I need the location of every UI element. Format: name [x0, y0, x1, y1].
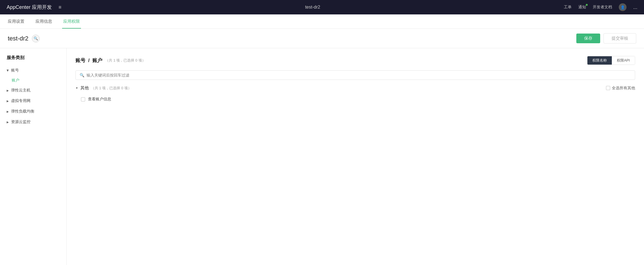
group-label: 其他 — [80, 85, 89, 91]
expand-arrow-elastic-vm: ▶ — [7, 89, 9, 92]
more-menu[interactable]: ... — [633, 4, 637, 10]
search-icon-button[interactable]: 🔍 — [32, 35, 40, 42]
select-all-text: 全选所有其他 — [612, 86, 635, 91]
sidebar-label-account: 账号 — [11, 68, 19, 73]
tab-app-permissions[interactable]: 应用权限 — [62, 14, 81, 29]
expand-arrow-monitor: ▶ — [7, 121, 9, 124]
workorder-link[interactable]: 工单 — [564, 5, 572, 10]
sidebar-section-title: 服务类别 — [0, 55, 66, 65]
group-expand-arrow: ▼ — [75, 86, 78, 90]
expand-arrow-lb: ▶ — [7, 110, 9, 113]
nav-center: test-dr2 — [66, 5, 559, 10]
search-input[interactable] — [87, 73, 631, 77]
permission-label-view-account: 查看账户信息 — [88, 97, 111, 102]
sidebar-label-monitor: 资源云监控 — [11, 119, 31, 124]
expand-arrow-account: ▶ — [6, 69, 9, 72]
sidebar-item-elastic-vm[interactable]: ▶ 弹性云主机 — [0, 85, 66, 96]
sidebar-item-lb[interactable]: ▶ 弹性负载均衡 — [0, 106, 66, 117]
permission-tab-group: 权限名称 权限API — [587, 56, 635, 65]
filter-search-bar[interactable]: 🔍 — [75, 70, 635, 80]
top-navigation: AppCenter 应用开发 ≡ test-dr2 工单 通知 开发者文档 👤 … — [0, 0, 644, 14]
docs-link[interactable]: 开发者文档 — [593, 5, 612, 10]
avatar[interactable]: 👤 — [619, 3, 627, 11]
expand-arrow-vpn: ▶ — [7, 100, 9, 103]
sub-navigation: 应用设置 应用信息 应用权限 — [0, 14, 644, 29]
content-title: 账号 / 账户 （共 1 项，已选择 0 项） — [75, 57, 146, 64]
save-button[interactable]: 保存 — [576, 34, 600, 43]
tab-permission-api[interactable]: 权限API — [612, 56, 635, 65]
select-all-checkbox[interactable] — [606, 86, 610, 90]
sidebar-label-vpn: 虚拟专用网 — [11, 98, 31, 103]
tab-app-info[interactable]: 应用信息 — [34, 14, 53, 29]
sidebar-item-vpn[interactable]: ▶ 虚拟专用网 — [0, 96, 66, 106]
brand-title: AppCenter 应用开发 — [7, 4, 52, 11]
permission-item-view-account: 查看账户信息 — [75, 94, 635, 105]
sidebar-label-lb: 弹性负载均衡 — [11, 109, 34, 114]
nav-right: 工单 通知 开发者文档 👤 ... — [564, 3, 637, 11]
notification-link[interactable]: 通知 — [578, 5, 586, 10]
notification-dot — [586, 4, 588, 6]
content-title-separator: / — [88, 58, 90, 63]
sidebar-label-elastic-vm: 弹性云主机 — [11, 88, 31, 93]
page-header: test-dr2 🔍 保存 提交审核 — [0, 29, 644, 48]
sidebar-subitem-accountuser[interactable]: 账户 — [0, 76, 66, 85]
tab-permission-name[interactable]: 权限名称 — [587, 56, 612, 65]
search-icon: 🔍 — [80, 73, 84, 77]
group-stats: （共 1 项，已选择 0 项） — [91, 86, 131, 91]
page-header-left: test-dr2 🔍 — [8, 35, 40, 42]
main-layout: 服务类别 ▶ 账号 账户 ▶ 弹性云主机 ▶ 虚拟专用网 ▶ 弹性负载均衡 ▶ … — [0, 48, 644, 265]
content-title-main: 账号 — [75, 57, 85, 64]
sidebar: 服务类别 ▶ 账号 账户 ▶ 弹性云主机 ▶ 虚拟专用网 ▶ 弹性负载均衡 ▶ … — [0, 48, 67, 265]
permission-checkbox-view-account[interactable] — [81, 97, 85, 101]
tab-app-settings[interactable]: 应用设置 — [7, 14, 26, 29]
select-all-label[interactable]: 全选所有其他 — [606, 86, 635, 91]
page-header-right: 保存 提交审核 — [576, 33, 636, 44]
menu-icon[interactable]: ≡ — [59, 4, 62, 10]
sidebar-item-monitor[interactable]: ▶ 资源云监控 — [0, 117, 66, 127]
app-name-label: test-dr2 — [305, 5, 320, 10]
content-title-sub: 账户 — [92, 57, 102, 64]
content-area: 账号 / 账户 （共 1 项，已选择 0 项） 权限名称 权限API 🔍 ▼ 其… — [67, 48, 644, 265]
sidebar-item-account[interactable]: ▶ 账号 — [0, 65, 66, 76]
page-title: test-dr2 — [8, 35, 29, 42]
group-header: ▼ 其他 （共 1 项，已选择 0 项） 全选所有其他 — [75, 85, 635, 91]
submit-button[interactable]: 提交审核 — [604, 33, 636, 44]
content-header: 账号 / 账户 （共 1 项，已选择 0 项） 权限名称 权限API — [75, 56, 635, 65]
content-stats: （共 1 项，已选择 0 项） — [105, 58, 146, 63]
group-title-other[interactable]: ▼ 其他 （共 1 项，已选择 0 项） — [75, 85, 131, 91]
